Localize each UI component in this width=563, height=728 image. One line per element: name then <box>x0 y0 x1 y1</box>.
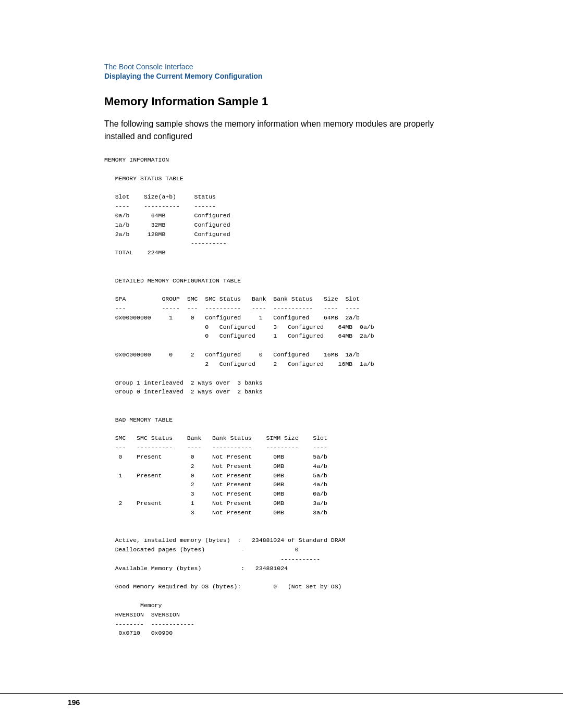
breadcrumb: The Boot Console Interface Displaying th… <box>104 63 495 80</box>
page-number: 196 <box>68 698 80 707</box>
code-block: MEMORY INFORMATION MEMORY STATUS TABLE S… <box>104 155 495 638</box>
page-footer: 196 <box>0 693 563 707</box>
page-container: The Boot Console Interface Displaying th… <box>0 0 563 728</box>
intro-text: The following sample shows the memory in… <box>104 118 459 143</box>
page-title: Memory Information Sample 1 <box>104 95 495 108</box>
breadcrumb-current: Displaying the Current Memory Configurat… <box>104 72 495 80</box>
breadcrumb-parent[interactable]: The Boot Console Interface <box>104 63 495 71</box>
